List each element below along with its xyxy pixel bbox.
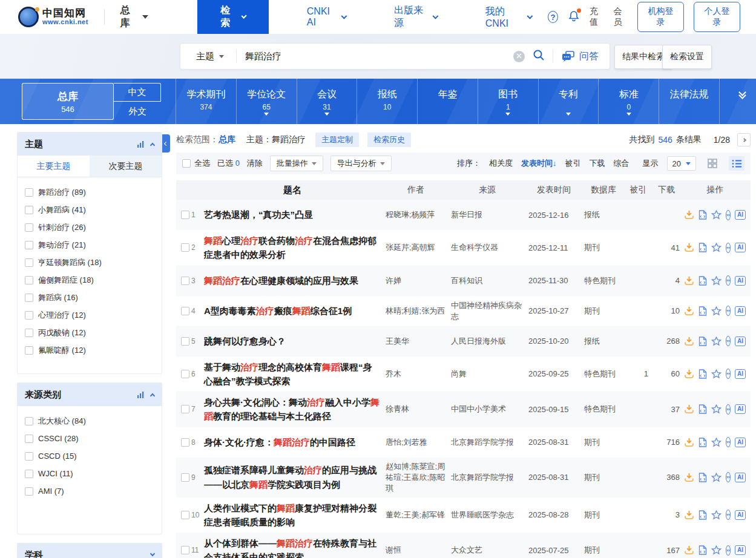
cite-quote-icon[interactable]: ” <box>726 545 731 556</box>
batch-actions-dropdown[interactable]: 批量操作 <box>270 156 323 171</box>
topic-filter-item[interactable]: 小舞蹈病 (41) <box>25 201 154 218</box>
help-icon[interactable]: ? <box>548 11 558 23</box>
cite-quote-icon[interactable]: ” <box>726 243 731 253</box>
sort-option-发表时间↓[interactable]: 发表时间↓ <box>521 158 557 169</box>
row-checkbox[interactable] <box>181 546 189 554</box>
nav-search-tab[interactable]: 检索 <box>197 0 269 34</box>
favorite-star-icon[interactable] <box>711 276 721 286</box>
cite-quote-icon[interactable]: ” <box>726 275 731 286</box>
result-source[interactable]: 大众文艺 <box>449 545 526 556</box>
topic-filter-item[interactable]: 丙戊酸钠 (12) <box>25 324 154 341</box>
db-category-图书[interactable]: 图书1 <box>478 79 538 124</box>
expand-section-icon[interactable] <box>150 551 155 556</box>
cite-quote-icon[interactable]: ” <box>726 404 731 415</box>
bar-chart-icon[interactable] <box>137 391 145 399</box>
ai-icon[interactable]: AI <box>735 438 746 447</box>
select-all-control[interactable]: 全选 <box>182 158 210 169</box>
ai-icon[interactable]: AI <box>735 276 746 286</box>
search-field-selector[interactable]: 主题 <box>180 51 236 62</box>
source-filter-item[interactable]: CSSCI (28) <box>25 430 154 447</box>
row-checkbox[interactable] <box>181 277 189 285</box>
document-icon[interactable] <box>698 306 707 316</box>
download-icon[interactable] <box>684 545 694 555</box>
result-source[interactable]: 北京舞蹈学院学报 <box>449 437 526 448</box>
result-title-link[interactable]: A型肉毒毒素治疗瘢痕舞蹈综合征1例 <box>202 304 383 318</box>
result-authors[interactable]: 唐怡;刘若雅 <box>383 437 449 448</box>
db-category-法律法规[interactable]: 法律法规 <box>659 79 720 124</box>
document-icon[interactable] <box>698 510 707 520</box>
topic-tab-次要主题[interactable]: 次要主题 <box>90 156 162 177</box>
cnki-logo[interactable]: 中国知网 www.cnki.net <box>0 0 104 34</box>
ai-icon[interactable]: AI <box>735 336 746 346</box>
result-authors[interactable]: 谢恒 <box>383 545 449 556</box>
document-icon[interactable] <box>698 369 707 379</box>
document-icon[interactable] <box>698 545 707 555</box>
row-checkbox[interactable] <box>181 211 189 219</box>
checkbox[interactable] <box>25 276 33 284</box>
ai-icon[interactable]: AI <box>735 210 746 220</box>
sort-option-被引[interactable]: 被引 <box>565 158 581 169</box>
result-title-link[interactable]: 从个体到群体——舞蹈治疗在特殊教育与社会支持体系中的实践探索 <box>202 536 383 558</box>
vip-link[interactable]: 会员 <box>613 6 628 28</box>
checkbox[interactable] <box>25 435 33 443</box>
result-source[interactable]: 尚舞 <box>449 369 526 379</box>
cite-quote-icon[interactable]: ” <box>726 369 731 379</box>
nav-cnki-ai[interactable]: CNKI AI <box>291 0 362 34</box>
checkbox[interactable] <box>25 487 33 496</box>
search-input[interactable] <box>237 51 513 62</box>
result-authors[interactable]: 赵知博;陈棻宣;周祐瑄;王嘉欣;陈昭琪 <box>383 461 449 494</box>
result-authors[interactable]: 程晓琳;杨频萍 <box>383 209 449 220</box>
download-icon[interactable] <box>684 438 694 447</box>
ai-icon[interactable]: AI <box>735 306 746 316</box>
row-checkbox[interactable] <box>181 370 189 378</box>
nav-my-cnki[interactable]: 我的CNKI <box>470 0 548 34</box>
sort-option-下载[interactable]: 下载 <box>590 158 605 169</box>
checkbox[interactable] <box>25 452 33 461</box>
checkbox[interactable] <box>25 258 33 267</box>
sort-option-综合[interactable]: 综合 <box>614 158 629 169</box>
result-title-link[interactable]: 跳舞何以疗愈身心？ <box>202 334 383 348</box>
row-checkbox[interactable] <box>181 307 189 315</box>
collapse-section-icon[interactable] <box>150 393 155 398</box>
result-source[interactable]: 新华日报 <box>449 209 526 220</box>
db-category-年鉴[interactable]: 年鉴 <box>417 79 478 124</box>
document-icon[interactable] <box>698 438 707 447</box>
favorite-star-icon[interactable] <box>711 545 721 555</box>
ai-icon[interactable]: AI <box>735 369 746 379</box>
topic-filter-item[interactable]: 亨廷顿舞蹈病 (18) <box>25 254 154 271</box>
topic-filter-item[interactable]: 舞蹈治疗 (89) <box>25 183 154 201</box>
source-filter-item[interactable]: 北大核心 (84) <box>25 412 154 430</box>
result-source[interactable]: 世界睡眠医学杂志 <box>449 510 526 520</box>
favorite-star-icon[interactable] <box>711 336 721 346</box>
nav-total-library[interactable]: 总库 <box>105 0 165 34</box>
topic-tab-主要主题[interactable]: 主要主题 <box>18 156 90 177</box>
checkbox[interactable] <box>25 294 33 302</box>
download-icon[interactable] <box>684 369 694 379</box>
search-settings-button[interactable]: 检索设置 <box>662 45 712 69</box>
recharge-link[interactable]: 充值 <box>590 6 604 28</box>
download-icon[interactable] <box>684 306 694 316</box>
row-checkbox[interactable] <box>181 511 189 519</box>
checkbox[interactable] <box>25 188 33 197</box>
download-icon[interactable] <box>684 404 694 414</box>
subject-section-header[interactable]: 学科 <box>18 543 162 558</box>
download-icon[interactable] <box>684 243 694 252</box>
cite-quote-icon[interactable]: ” <box>726 510 731 520</box>
checkbox[interactable] <box>25 346 33 355</box>
next-page-button[interactable] <box>737 133 751 146</box>
cite-quote-icon[interactable]: ” <box>726 306 731 316</box>
document-icon[interactable] <box>698 276 707 286</box>
topic-filter-item[interactable]: 心理治疗 (12) <box>25 306 154 324</box>
list-view-icon[interactable] <box>729 156 744 171</box>
scope-value-link[interactable]: 总库 <box>219 134 235 145</box>
source-filter-item[interactable]: WJCI (11) <box>25 465 154 482</box>
row-checkbox[interactable] <box>181 337 189 346</box>
download-icon[interactable] <box>684 276 694 286</box>
ai-icon[interactable]: AI <box>735 510 746 520</box>
db-category-会议[interactable]: 会议31 <box>297 79 357 124</box>
topic-filter-item[interactable]: 针刺治疗 (26) <box>25 218 154 236</box>
checkbox[interactable] <box>25 241 33 249</box>
result-title-link[interactable]: 人类作业模式下的舞蹈康复护理对精神分裂症患者睡眠质量的影响 <box>202 501 383 530</box>
personal-login-button[interactable]: 个人登录 <box>694 2 740 32</box>
source-filter-item[interactable]: AMI (7) <box>25 482 154 500</box>
